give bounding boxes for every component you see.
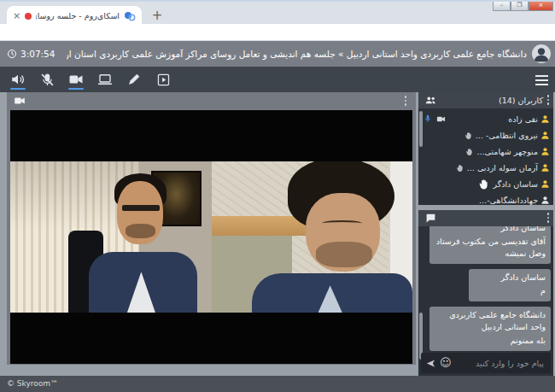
menu-hamburger-icon[interactable]: [535, 75, 548, 85]
participant-left-beard: [126, 224, 155, 239]
participant-left-glasses: [122, 205, 160, 211]
meeting-title: دانشگاه جامع علمی کاربردی واحد استانی ار…: [67, 41, 527, 67]
users-panel-title: کاربران (14): [499, 92, 543, 108]
browser-address-bar: ← → https://www.skyroom.online/ch/uast_a…: [0, 24, 555, 41]
window-maximize-button[interactable]: ❐: [511, 2, 529, 11]
user-row[interactable]: منوچهر شهامتی...: [418, 143, 553, 160]
chat-panel-header: [418, 210, 553, 226]
user-name: منوچهر شهامتی...: [476, 147, 538, 156]
skyroom-favicon-icon: [124, 10, 136, 22]
meeting-header: دانشگاه جامع علمی کاربردی واحد استانی ار…: [0, 41, 555, 67]
chat-panel: ساسان دادگر آقای تقدیسی من مکتوب فرستاد …: [418, 210, 553, 376]
screen-share-button[interactable]: [91, 67, 120, 92]
message-text: م: [474, 285, 546, 298]
video-panel-menu-icon[interactable]: [402, 96, 409, 106]
tab-close-icon[interactable]: ×: [13, 11, 20, 20]
room-avatar: [532, 44, 551, 63]
video-panel-camera-icon: [14, 95, 26, 107]
user-row[interactable]: آرمان سوله اردبی ...: [418, 160, 553, 176]
users-scrollbar[interactable]: [419, 111, 423, 147]
session-timer: 3:07:54: [7, 41, 55, 67]
hand-raised-icon: [478, 178, 490, 190]
user-avatar-icon: [540, 147, 550, 156]
message-sender: ساسان دادگر: [435, 226, 546, 235]
user-list: نقی زاده نیروی انتظامی- ... منوچهر شهامت…: [418, 108, 553, 208]
hand-raised-icon: [465, 148, 474, 156]
user-avatar-icon: [540, 163, 550, 173]
webcam-button[interactable]: [61, 67, 91, 92]
video-panel: [7, 92, 416, 365]
browser-tab[interactable]: × اسکای‌روم - جلسه روسای مراکز علم: [7, 6, 142, 26]
chat-input-bar: ☺: [421, 353, 551, 373]
users-panel: کاربران (14) نقی زاده نیروی انتظامی- ...…: [418, 92, 553, 205]
user-avatar-icon: [540, 179, 550, 189]
user-row[interactable]: نیروی انتظامی- ...: [418, 127, 553, 143]
conference-toolbar: [0, 67, 555, 92]
chat-message: دانشگاه جامع علمی کاربردی واحد استانی ار…: [429, 307, 551, 351]
users-panel-header: کاربران (14): [418, 92, 553, 108]
clock-icon: [7, 49, 17, 59]
user-row[interactable]: جهاددانشگاهی-...: [418, 192, 553, 208]
video-panel-header: [7, 92, 416, 109]
camera-on-icon: [435, 114, 447, 124]
footer-bar: © Skyroom™: [0, 376, 555, 392]
webcam-feed-left: [10, 161, 212, 313]
message-text: بله ممنونم: [435, 335, 546, 348]
user-name: نیروی انتظامی- ...: [476, 131, 538, 140]
mic-on-icon: [424, 114, 432, 124]
user-avatar-icon: [540, 114, 550, 124]
user-avatar-icon: [540, 131, 550, 140]
user-name: جهاددانشگاهی-...: [479, 196, 538, 205]
chat-bubble-icon: [425, 213, 436, 224]
chat-messages: ساسان دادگر آقای تقدیسی من مکتوب فرستاد …: [418, 226, 553, 351]
message-text: آقای تقدیسی من مکتوب فرستاد وصل نمیشه: [435, 236, 546, 260]
video-stage: [10, 110, 412, 364]
recording-dot-icon: [25, 13, 32, 20]
chat-message: ساسان دادگر آقای تقدیسی من مکتوب فرستاد …: [429, 226, 551, 264]
window-controls: – ❐ ×: [493, 2, 553, 11]
user-name: نقی زاده: [508, 114, 538, 124]
skyroom-copyright: © Skyroom™: [7, 379, 58, 388]
timer-value: 3:07:54: [20, 49, 55, 59]
users-panel-menu-icon[interactable]: [545, 95, 552, 105]
window-minimize-button[interactable]: –: [493, 2, 511, 11]
user-name: آرمان سوله اردبی ...: [467, 163, 538, 173]
new-tab-button[interactable]: +: [149, 8, 165, 23]
hand-raised-icon: [464, 132, 473, 140]
user-avatar-icon: [540, 196, 550, 205]
microphone-muted-button[interactable]: [32, 67, 61, 92]
participant-right-beard: [316, 242, 372, 267]
send-icon[interactable]: [426, 359, 435, 368]
browser-tab-strip: – ❐ × × اسکای‌روم - جلسه روسای مراکز علم…: [0, 0, 555, 24]
draw-button[interactable]: [120, 67, 149, 92]
user-row[interactable]: نقی زاده: [418, 111, 553, 127]
hand-raised-icon: [456, 164, 464, 173]
message-sender: ساسان دادگر: [474, 272, 546, 284]
chat-panel-menu-icon[interactable]: [545, 213, 552, 223]
message-sender: دانشگاه جامع علمی کاربردی واحد استانی ار…: [435, 309, 546, 334]
speaker-button[interactable]: [3, 67, 32, 92]
media-player-button[interactable]: [149, 67, 178, 92]
user-name: ساسان دادگر: [493, 179, 538, 189]
emoji-icon[interactable]: ☺: [440, 355, 452, 370]
chat-input[interactable]: [455, 353, 551, 373]
chat-message: ساسان دادگر م: [469, 269, 551, 301]
window-close-button[interactable]: ×: [529, 2, 553, 11]
tab-title: اسکای‌روم - جلسه روسای مراکز علم: [36, 11, 120, 20]
users-icon: [425, 95, 436, 106]
user-row[interactable]: ساسان دادگر: [418, 176, 553, 192]
webcam-feed-right: [212, 161, 412, 313]
